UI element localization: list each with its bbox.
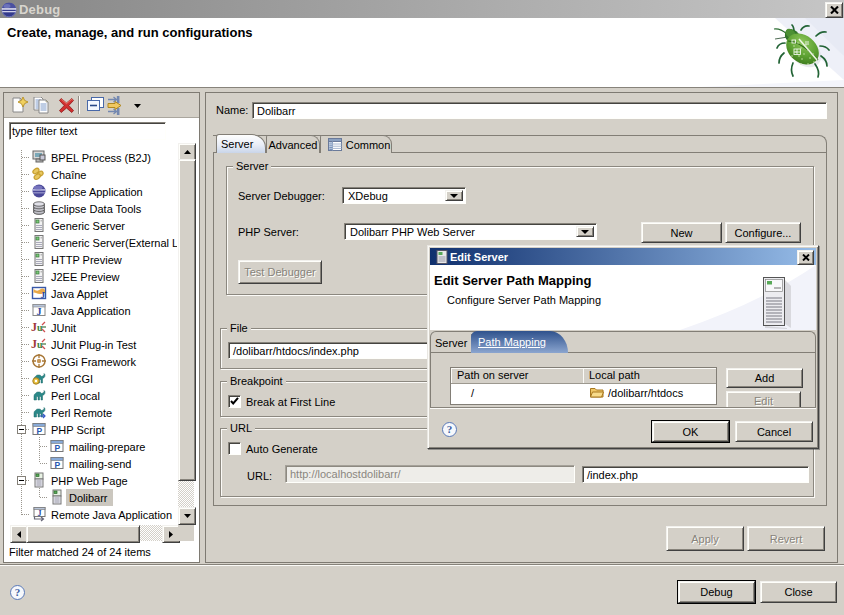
svg-text:J: J [41,290,46,300]
svg-text:J: J [38,509,42,518]
svg-text:P: P [55,443,61,453]
svg-text:P: P [37,426,43,436]
svg-text:P: P [55,460,61,470]
svg-text:J: J [37,306,42,317]
